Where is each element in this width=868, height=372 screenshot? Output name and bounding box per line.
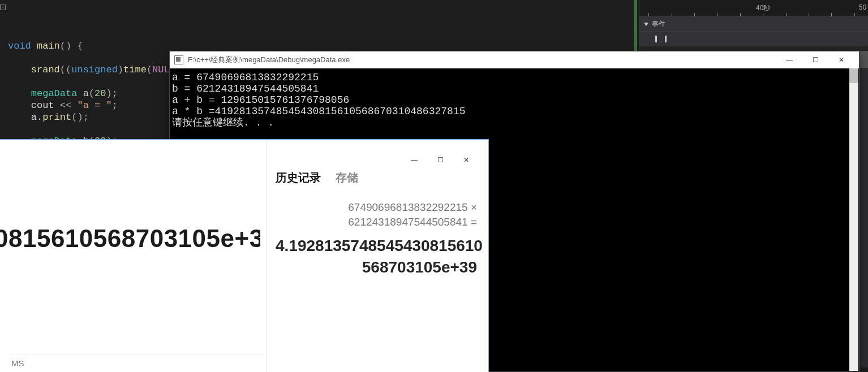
calculator-window[interactable]: 0815610568703105e+39 MS — ☐ ✕ 历史记录 存储 67… [0, 139, 489, 372]
right-scrollbar[interactable] [859, 51, 868, 367]
diagnostic-tools-pane: 40秒 50 事件 [639, 0, 868, 51]
events-row [639, 32, 868, 46]
close-button[interactable]: ✕ [453, 150, 479, 170]
memory-store-indicator[interactable]: MS [11, 358, 24, 368]
calculator-tabs: 历史记录 存储 [276, 170, 479, 185]
calculator-status-bar: MS [11, 354, 266, 372]
timeline-tick-label: 50 [859, 3, 866, 11]
console-titlebar[interactable]: F:\c++\经典案例\megaData\Debug\megaData.exe … [170, 51, 859, 68]
close-button[interactable]: ✕ [828, 51, 854, 68]
history-result[interactable]: 4.1928135748545430815610 568703105e+39 [276, 235, 479, 278]
minimize-button[interactable]: — [401, 150, 427, 170]
chevron-down-icon [644, 23, 648, 26]
timeline-tick-label: 40秒 [756, 3, 770, 13]
scrollbar-thumb[interactable] [859, 51, 868, 68]
events-section-header[interactable]: 事件 [639, 17, 868, 32]
console-output: a = 67490696813832292215 b = 62124318947… [170, 68, 859, 132]
tab-memory[interactable]: 存储 [336, 170, 358, 185]
calculator-display: 0815610568703105e+39 [0, 224, 260, 253]
events-label: 事件 [652, 19, 665, 29]
code-line[interactable]: void main() { [8, 40, 628, 52]
fold-icon[interactable]: − [0, 5, 6, 10]
tab-history[interactable]: 历史记录 [276, 170, 321, 185]
gutter-indicator [634, 0, 637, 51]
timeline-ruler[interactable]: 40秒 50 [639, 0, 868, 17]
calculator-history-pane: — ☐ ✕ 历史记录 存储 67490696813832292215 × 621… [267, 140, 488, 372]
scrollbar-thumb[interactable] [849, 68, 858, 83]
history-expression[interactable]: 67490696813832292215 × 62124318947544505… [276, 200, 479, 230]
console-icon [174, 55, 183, 64]
calculator-titlebar[interactable]: — ☐ ✕ [276, 150, 479, 170]
console-scrollbar[interactable] [849, 68, 858, 371]
console-title: F:\c++\经典案例\megaData\Debug\megaData.exe [188, 55, 776, 65]
pause-icon [655, 36, 667, 42]
maximize-button[interactable]: ☐ [802, 51, 828, 68]
calculator-main-pane: 0815610568703105e+39 MS [0, 140, 267, 372]
maximize-button[interactable]: ☐ [427, 150, 453, 170]
minimize-button[interactable]: — [776, 51, 802, 68]
